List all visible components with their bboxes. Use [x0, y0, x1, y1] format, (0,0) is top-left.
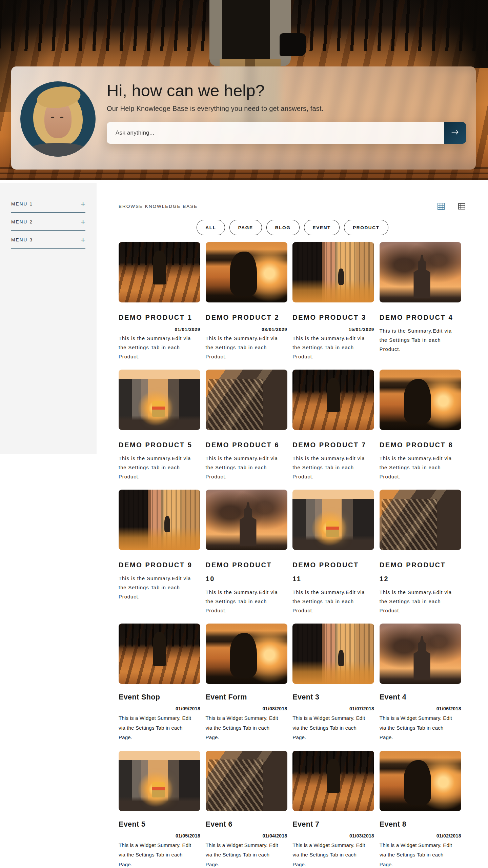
- kb-card[interactable]: Event 801/02/2018This is a Widget Summar…: [380, 751, 461, 868]
- card-photo-lake-sunset-woman[interactable]: [380, 751, 461, 811]
- card-title[interactable]: Event 5: [119, 819, 195, 830]
- card-title[interactable]: DEMO PRODUCT 9: [119, 558, 195, 572]
- arrow-right-icon: [451, 128, 460, 138]
- kb-card[interactable]: Event 701/03/2018This is a Widget Summar…: [292, 751, 374, 868]
- avatar-shoulders: [28, 143, 88, 157]
- card-photo-lake-sunset-woman[interactable]: [206, 242, 287, 302]
- card-title[interactable]: Event 8: [380, 819, 456, 830]
- card-photo-glass-building[interactable]: [119, 490, 200, 550]
- kb-card[interactable]: Event 501/05/2018This is a Widget Summar…: [119, 751, 200, 868]
- kb-card[interactable]: DEMO PRODUCT 315/01/2029This is the Summ…: [292, 242, 374, 361]
- card-title[interactable]: DEMO PRODUCT 10: [206, 558, 282, 586]
- card-summary: This is a Widget Summary. Edit via the S…: [206, 713, 284, 743]
- card-title[interactable]: Event 7: [292, 819, 369, 830]
- card-summary: This is a Widget Summary. Edit via the S…: [380, 841, 458, 868]
- sidebar-menu-item[interactable]: MENU 2+: [11, 218, 85, 231]
- card-photo-glass-building[interactable]: [292, 242, 374, 302]
- grid-view-button[interactable]: [436, 202, 446, 211]
- kb-card[interactable]: DEMO PRODUCT 10This is the Summary.Edit …: [206, 490, 287, 615]
- card-title[interactable]: DEMO PRODUCT 1: [119, 311, 195, 324]
- card-photo-bridge-man[interactable]: [292, 370, 374, 430]
- kb-card[interactable]: DEMO PRODUCT 5This is the Summary.Edit v…: [119, 370, 200, 481]
- walker-silhouette: [338, 269, 344, 285]
- content-header: BROWSE KNOWLEDGE BASE: [119, 202, 466, 211]
- plus-icon[interactable]: +: [81, 236, 85, 244]
- filter-pill-blog[interactable]: BLOG: [266, 220, 300, 235]
- kb-card[interactable]: DEMO PRODUCT 7This is the Summary.Edit v…: [292, 370, 374, 481]
- person-silhouette: [327, 378, 340, 412]
- kb-card[interactable]: Event 301/07/2018This is a Widget Summar…: [292, 624, 374, 743]
- plus-icon[interactable]: +: [81, 200, 85, 208]
- walker-silhouette: [338, 650, 344, 666]
- plus-icon[interactable]: +: [81, 218, 85, 226]
- card-photo-bridge-man[interactable]: [119, 242, 200, 302]
- card-title[interactable]: Event 6: [206, 819, 282, 830]
- card-photo-bridge-man[interactable]: [119, 624, 200, 684]
- sidebar-menu-item[interactable]: MENU 3+: [11, 236, 85, 249]
- card-title[interactable]: Event 4: [380, 692, 456, 703]
- card-grid: DEMO PRODUCT 101/01/2029This is the Summ…: [119, 242, 466, 868]
- card-photo-tram-street[interactable]: [119, 370, 200, 430]
- card-summary: This is a Widget Summary. Edit via the S…: [292, 841, 371, 868]
- search-input[interactable]: [107, 122, 444, 144]
- card-photo-escalator[interactable]: [380, 490, 461, 550]
- kb-card[interactable]: DEMO PRODUCT 11This is the Summary.Edit …: [292, 490, 374, 615]
- card-photo-escalator[interactable]: [206, 751, 287, 811]
- card-summary: This is the Summary.Edit via the Setting…: [206, 454, 284, 481]
- kb-card[interactable]: Event 601/04/2018This is a Widget Summar…: [206, 751, 287, 868]
- card-photo-bridge-man[interactable]: [292, 751, 374, 811]
- card-date: 01/06/2018: [380, 706, 461, 711]
- card-photo-city-tower[interactable]: [380, 624, 461, 684]
- kb-card[interactable]: DEMO PRODUCT 8This is the Summary.Edit v…: [380, 370, 461, 481]
- kb-card[interactable]: DEMO PRODUCT 9This is the Summary.Edit v…: [119, 490, 200, 601]
- list-view-button[interactable]: [457, 202, 466, 211]
- filter-pill-page[interactable]: PAGE: [229, 220, 262, 235]
- card-date: 01/01/2029: [119, 327, 200, 332]
- kb-card[interactable]: DEMO PRODUCT 101/01/2029This is the Summ…: [119, 242, 200, 361]
- sidebar: MENU 1+MENU 2+MENU 3+: [0, 183, 97, 454]
- filter-pill-product[interactable]: PRODUCT: [344, 220, 388, 235]
- card-photo-lake-sunset-woman[interactable]: [380, 370, 461, 430]
- card-photo-city-tower[interactable]: [380, 242, 461, 302]
- card-title[interactable]: DEMO PRODUCT 7: [292, 438, 369, 452]
- card-title[interactable]: DEMO PRODUCT 11: [292, 558, 369, 586]
- card-title[interactable]: DEMO PRODUCT 5: [119, 438, 195, 452]
- card-photo-glass-building[interactable]: [292, 624, 374, 684]
- hero-title: Hi, how can we help?: [107, 81, 466, 101]
- card-summary: This is the Summary.Edit via the Setting…: [380, 588, 458, 615]
- kb-card[interactable]: DEMO PRODUCT 208/01/2029This is the Summ…: [206, 242, 287, 361]
- card-summary: This is the Summary.Edit via the Setting…: [292, 454, 371, 481]
- sidebar-menu-item[interactable]: MENU 1+: [11, 200, 85, 213]
- card-photo-escalator[interactable]: [206, 370, 287, 430]
- search-submit-button[interactable]: [444, 122, 466, 144]
- card-photo-city-tower[interactable]: [206, 490, 287, 550]
- card-title[interactable]: DEMO PRODUCT 12: [380, 558, 456, 586]
- filter-pill-event[interactable]: EVENT: [304, 220, 340, 235]
- card-title[interactable]: Event 3: [292, 692, 369, 703]
- kb-card[interactable]: Event Form01/08/2018This is a Widget Sum…: [206, 624, 287, 743]
- kb-card[interactable]: DEMO PRODUCT 4This is the Summary.Edit v…: [380, 242, 461, 354]
- card-title[interactable]: DEMO PRODUCT 3: [292, 311, 369, 324]
- card-title[interactable]: Event Shop: [119, 692, 195, 703]
- card-title[interactable]: DEMO PRODUCT 4: [380, 311, 456, 324]
- kb-card[interactable]: DEMO PRODUCT 12This is the Summary.Edit …: [380, 490, 461, 615]
- kb-card[interactable]: Event 401/06/2018This is a Widget Summar…: [380, 624, 461, 743]
- card-title[interactable]: DEMO PRODUCT 6: [206, 438, 282, 452]
- card-title[interactable]: Event Form: [206, 692, 282, 703]
- kb-card[interactable]: DEMO PRODUCT 6This is the Summary.Edit v…: [206, 370, 287, 481]
- grid-view-icon: [436, 207, 446, 212]
- filter-pill-all[interactable]: ALL: [197, 220, 225, 235]
- hero-content: Hi, how can we help? Our Help Knowledge …: [107, 78, 466, 144]
- card-summary: This is the Summary.Edit via the Setting…: [206, 334, 284, 361]
- card-photo-tram-street[interactable]: [119, 751, 200, 811]
- card-photo-tram-street[interactable]: [292, 490, 374, 550]
- card-title[interactable]: DEMO PRODUCT 8: [380, 438, 456, 452]
- card-date: 15/01/2029: [292, 327, 374, 332]
- card-title[interactable]: DEMO PRODUCT 2: [206, 311, 282, 324]
- photographer-torso: [209, 0, 291, 66]
- menu-item-label: MENU 1: [11, 201, 33, 206]
- main-layout: MENU 1+MENU 2+MENU 3+ BROWSE KNOWLEDGE B…: [0, 180, 488, 868]
- kb-card[interactable]: Event Shop01/09/2018This is a Widget Sum…: [119, 624, 200, 743]
- card-summary: This is the Summary.Edit via the Setting…: [206, 588, 284, 615]
- card-photo-lake-sunset-woman[interactable]: [206, 624, 287, 684]
